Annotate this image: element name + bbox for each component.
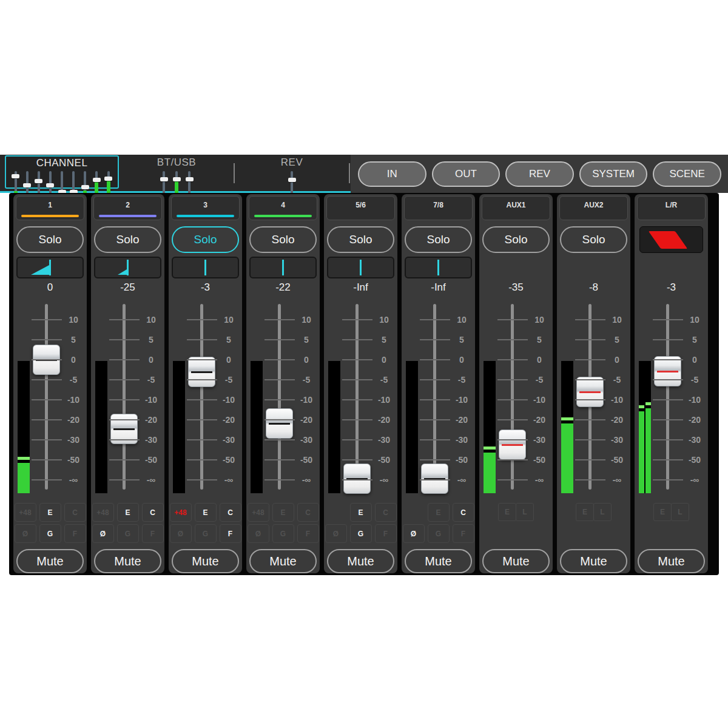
mini-fader-handle[interactable] xyxy=(186,177,194,181)
top-button-in[interactable]: IN xyxy=(358,161,426,187)
compressor-button[interactable]: C xyxy=(64,503,86,522)
phantom-power-button[interactable]: +48 xyxy=(92,503,114,522)
mute-button[interactable]: Mute xyxy=(327,549,394,573)
eq-button[interactable]: E xyxy=(428,503,450,522)
pan-control[interactable] xyxy=(405,257,472,278)
mini-fader-handle[interactable] xyxy=(35,179,42,183)
limiter-button[interactable]: L xyxy=(516,503,534,521)
pan-control[interactable] xyxy=(94,257,161,278)
top-button-rev[interactable]: REV xyxy=(505,161,574,187)
compressor-button[interactable]: C xyxy=(453,503,474,522)
fader-track[interactable] xyxy=(123,304,126,490)
eq-button[interactable]: E xyxy=(39,503,61,522)
mute-button[interactable]: Mute xyxy=(172,549,239,573)
lr-clip-indicator-button[interactable] xyxy=(639,226,703,253)
phase-button[interactable]: Ø xyxy=(403,524,425,543)
gate-button[interactable]: G xyxy=(272,524,294,543)
phase-button[interactable]: Ø xyxy=(325,524,347,543)
mini-fader-handle[interactable] xyxy=(160,177,168,181)
mini-fader-handle[interactable] xyxy=(46,183,54,187)
solo-button[interactable]: Solo xyxy=(327,226,394,253)
eq-button[interactable]: E xyxy=(195,503,217,522)
mute-button[interactable]: Mute xyxy=(94,549,161,573)
mute-button[interactable]: Mute xyxy=(560,549,627,573)
solo-button[interactable]: Solo xyxy=(405,226,472,253)
phantom-power-button[interactable]: +48 xyxy=(248,503,269,522)
tab-channel[interactable]: CHANNEL xyxy=(5,155,119,189)
mute-button[interactable]: Mute xyxy=(405,549,472,573)
top-button-scene[interactable]: SCENE xyxy=(653,161,721,187)
mini-fader-handle[interactable] xyxy=(104,177,112,181)
pan-control[interactable] xyxy=(172,257,239,278)
mini-fader-handle[interactable] xyxy=(288,178,296,182)
phantom-power-button[interactable]: +48 xyxy=(15,503,36,522)
top-button-out[interactable]: OUT xyxy=(432,161,500,187)
fader-track[interactable] xyxy=(433,304,436,490)
fader-track[interactable] xyxy=(356,304,359,490)
fx-button[interactable]: F xyxy=(297,524,319,543)
fx-button[interactable]: F xyxy=(220,524,241,543)
fader-knob[interactable] xyxy=(421,463,448,494)
fx-button[interactable]: F xyxy=(453,524,474,543)
pan-control[interactable] xyxy=(16,257,84,278)
phase-button[interactable]: Ø xyxy=(15,524,36,543)
fader-track[interactable] xyxy=(200,304,203,490)
top-button-system[interactable]: SYSTEM xyxy=(579,161,648,187)
eq-button[interactable]: E xyxy=(576,503,594,521)
fx-button[interactable]: F xyxy=(375,524,397,543)
mute-button[interactable]: Mute xyxy=(249,549,317,573)
eq-button[interactable]: E xyxy=(350,503,372,522)
pan-control[interactable] xyxy=(327,257,394,278)
mute-button[interactable]: Mute xyxy=(482,549,550,573)
compressor-button[interactable]: C xyxy=(142,503,164,522)
solo-button[interactable]: Solo xyxy=(16,226,84,253)
scale-label: -10 xyxy=(372,394,396,406)
mini-fader-handle[interactable] xyxy=(81,185,89,189)
eq-button[interactable]: E xyxy=(653,503,672,521)
fx-button[interactable]: F xyxy=(142,524,164,543)
solo-button[interactable]: Solo xyxy=(94,226,161,253)
solo-button[interactable]: Solo xyxy=(482,226,550,253)
gate-button[interactable]: G xyxy=(195,524,217,543)
fader-knob[interactable] xyxy=(654,356,681,386)
gate-button[interactable]: G xyxy=(39,524,61,543)
phase-button[interactable]: Ø xyxy=(248,524,269,543)
fader-knob[interactable] xyxy=(266,408,293,439)
eq-button[interactable]: E xyxy=(117,503,139,522)
fx-button[interactable]: F xyxy=(64,524,86,543)
fader-track[interactable] xyxy=(45,304,48,490)
fader-track[interactable] xyxy=(511,304,514,490)
fader-knob[interactable] xyxy=(576,377,604,407)
phase-button[interactable]: Ø xyxy=(170,524,192,543)
eq-button[interactable]: E xyxy=(272,503,294,522)
tab-bt-usb[interactable]: BT/USB xyxy=(120,155,233,191)
eq-button[interactable]: E xyxy=(498,503,516,521)
mute-button[interactable]: Mute xyxy=(16,549,84,573)
gate-button[interactable]: G xyxy=(350,524,372,543)
fader-track[interactable] xyxy=(666,304,669,490)
fader-knob[interactable] xyxy=(499,430,526,460)
compressor-button[interactable]: C xyxy=(297,503,319,522)
solo-button[interactable]: Solo xyxy=(172,226,239,253)
mini-fader-handle[interactable] xyxy=(93,178,101,182)
fader-knob[interactable] xyxy=(343,463,371,494)
compressor-button[interactable]: C xyxy=(375,503,397,522)
mini-fader-handle[interactable] xyxy=(23,183,31,187)
mute-button[interactable]: Mute xyxy=(638,549,705,573)
phase-button[interactable]: Ø xyxy=(92,524,114,543)
tab-rev[interactable]: REV xyxy=(235,155,348,191)
solo-button[interactable]: Solo xyxy=(560,226,627,253)
pan-control[interactable] xyxy=(249,257,317,278)
phantom-power-button[interactable]: +48 xyxy=(170,503,192,522)
limiter-button[interactable]: L xyxy=(671,503,689,521)
fader-track[interactable] xyxy=(278,304,281,490)
compressor-button[interactable]: C xyxy=(220,503,241,522)
fader-knob[interactable] xyxy=(188,357,215,387)
pan-wedge-icon xyxy=(118,269,127,275)
mini-fader-handle[interactable] xyxy=(12,174,19,178)
limiter-button[interactable]: L xyxy=(593,503,612,521)
mini-fader-handle[interactable] xyxy=(173,177,181,181)
solo-button[interactable]: Solo xyxy=(249,226,317,253)
gate-button[interactable]: G xyxy=(117,524,139,543)
gate-button[interactable]: G xyxy=(428,524,450,543)
